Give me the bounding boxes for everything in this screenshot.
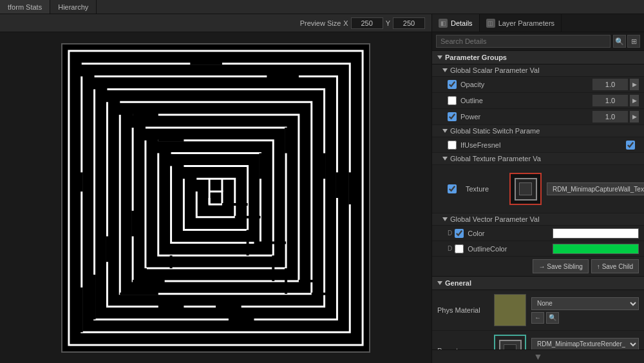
expand-icon — [437, 55, 442, 59]
phys-material-row: Phys Material None ← 🔍 — [432, 290, 644, 331]
outlinecolor-checkbox[interactable] — [455, 244, 464, 253]
preview-toolbar: Preview Size X Y — [0, 14, 431, 32]
global-scalar-header[interactable]: Global Scalar Parameter Val — [432, 64, 644, 77]
power-spin[interactable]: ▶ — [630, 111, 639, 123]
search-input[interactable] — [436, 35, 611, 48]
search-icon-btn[interactable]: 🔍 — [613, 35, 626, 48]
texture-name-area: RDM_MinimapCaptureWall_TextureF ← 🔍 — [547, 169, 644, 209]
parent-preview — [494, 335, 526, 349]
ifusefresnel-value-checkbox[interactable] — [626, 141, 635, 150]
opacity-input[interactable] — [592, 79, 628, 90]
outline-value: ▶ — [592, 95, 639, 106]
grid-view-btn[interactable]: ⊞ — [627, 35, 640, 48]
maze-preview — [61, 43, 370, 353]
color-checkbox[interactable] — [455, 229, 464, 238]
power-input[interactable] — [592, 111, 628, 123]
scroll-down-arrow[interactable]: ▼ — [534, 351, 543, 362]
maze-svg — [62, 44, 369, 351]
search-icons: 🔍 ⊞ — [613, 35, 640, 48]
texture-checkbox[interactable] — [448, 184, 457, 193]
vector-expand-icon — [442, 217, 448, 221]
parent-row: Parent RDM_MinimapTextureRender_Materi ←… — [432, 331, 644, 349]
phys-material-search-btn[interactable]: 🔍 — [546, 312, 559, 324]
ifusefresnel-checkbox[interactable] — [448, 141, 457, 150]
tab-details[interactable]: ◧ Details — [432, 14, 480, 32]
texture-preview — [509, 173, 542, 205]
ifusefresnel-row: IfUseFresnel — [432, 137, 644, 153]
phys-material-select[interactable]: None — [531, 297, 639, 310]
color-d-label: D — [448, 230, 452, 237]
static-switch-expand-icon — [442, 129, 448, 133]
parameter-groups-header[interactable]: Parameter Groups — [432, 51, 644, 64]
outlinecolor-d-label: D — [448, 245, 452, 252]
tab-hierarchy[interactable]: Hierarchy — [50, 0, 97, 14]
texture-select[interactable]: RDM_MinimapCaptureWall_TextureF — [547, 182, 644, 195]
save-buttons-row: → Save Sibling ↑ Save Child — [432, 257, 644, 277]
parent-select-area: RDM_MinimapTextureRender_Materi ← 🔍 ↻ — [531, 338, 639, 350]
preview-y-input[interactable] — [393, 17, 425, 29]
opacity-row: Opacity ▶ — [432, 77, 644, 93]
x-label: X — [343, 19, 348, 27]
preview-x-input[interactable] — [351, 17, 383, 29]
opacity-checkbox[interactable] — [448, 80, 457, 89]
phys-material-preview — [494, 294, 526, 326]
outline-checkbox[interactable] — [448, 96, 457, 105]
panel-tabs: ◧ Details ◫ Layer Parameters — [432, 14, 644, 32]
opacity-value: ▶ — [592, 79, 639, 90]
texture-inner-2 — [519, 182, 532, 195]
layer-params-tab-icon: ◫ — [486, 19, 495, 28]
tab-layer-parameters[interactable]: ◫ Layer Parameters — [480, 14, 562, 32]
texture-row: Texture RDM_MinimapCaptureWall_TextureF … — [432, 165, 644, 213]
power-row: Power ▶ — [432, 109, 644, 125]
save-sibling-btn[interactable]: → Save Sibling — [533, 259, 588, 273]
scalar-expand-icon — [442, 68, 448, 72]
texture-expand-icon — [442, 157, 448, 161]
color-bar-white[interactable] — [553, 228, 639, 239]
general-expand-icon — [437, 281, 442, 285]
power-checkbox[interactable] — [448, 112, 457, 121]
preview-size-label: Preview Size — [300, 19, 341, 27]
opacity-spin[interactable]: ▶ — [630, 79, 639, 90]
search-bar: 🔍 ⊞ — [432, 32, 644, 51]
texture-inner — [515, 178, 537, 201]
tab-tform-stats[interactable]: tform Stats — [0, 0, 50, 14]
panel-content: Parameter Groups Global Scalar Parameter… — [432, 51, 644, 349]
parent-select[interactable]: RDM_MinimapTextureRender_Materi — [531, 338, 639, 350]
outline-spin[interactable]: ▶ — [630, 95, 639, 106]
color-bar-green[interactable] — [553, 244, 639, 254]
preview-area: Preview Size X Y — [0, 14, 431, 363]
ifusefresnel-value — [626, 141, 639, 150]
general-section-header[interactable]: General — [432, 277, 644, 290]
preview-canvas — [0, 32, 431, 363]
global-texture-header[interactable]: Global Texture Parameter Va — [432, 153, 644, 165]
power-value: ▶ — [592, 111, 639, 123]
right-panel: ◧ Details ◫ Layer Parameters 🔍 ⊞ Paramet… — [431, 14, 644, 363]
phys-material-actions: ← 🔍 — [531, 312, 639, 324]
scroll-indicator: ▼ — [432, 349, 644, 363]
main-area: Preview Size X Y — [0, 14, 644, 363]
phys-material-select-area: None ← 🔍 — [531, 297, 639, 324]
save-child-btn[interactable]: ↑ Save Child — [591, 259, 639, 273]
outline-row: Outline ▶ — [432, 93, 644, 109]
global-vector-header[interactable]: Global Vector Parameter Val — [432, 213, 644, 226]
y-label: Y — [386, 19, 390, 27]
top-bar: tform Stats Hierarchy — [0, 0, 644, 14]
outline-input[interactable] — [592, 95, 628, 106]
color-row: D Color — [432, 226, 644, 241]
phys-material-back-btn[interactable]: ← — [531, 312, 544, 324]
outlinecolor-row: D OutlineColor — [432, 241, 644, 257]
global-static-switch-header[interactable]: Global Static Switch Parame — [432, 125, 644, 137]
details-tab-icon: ◧ — [439, 19, 448, 28]
